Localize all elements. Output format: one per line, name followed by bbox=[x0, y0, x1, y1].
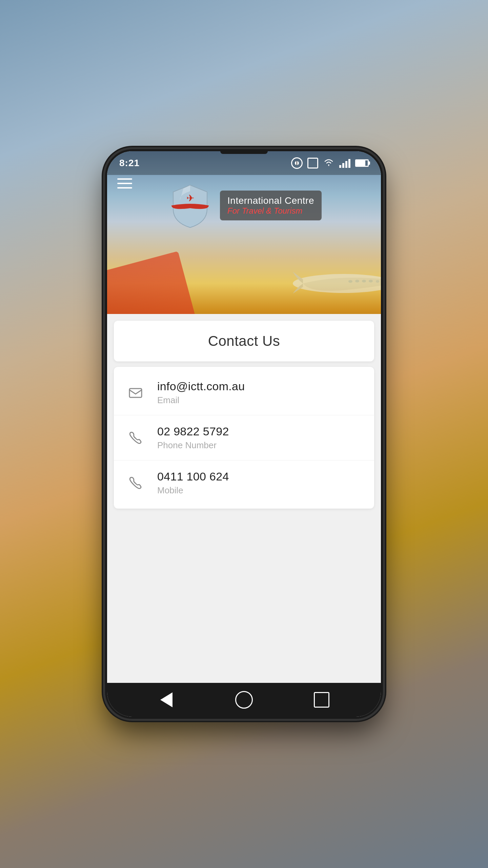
contact-header-card: Contact Us bbox=[114, 321, 374, 361]
contact-title: Contact Us bbox=[208, 333, 280, 349]
screen: 8:21 bbox=[107, 151, 381, 717]
logo-area: ✈ International Centre For Travel & Tour… bbox=[166, 182, 322, 229]
hero-section bbox=[107, 151, 381, 328]
mobile-icon bbox=[126, 473, 145, 492]
svg-point-7 bbox=[376, 280, 379, 283]
svg-point-5 bbox=[362, 280, 366, 282]
mobile-details: 0411 100 624 Mobile bbox=[157, 470, 229, 496]
contact-info-card: info@ictt.com.au Email 02 9822 5792 Phon… bbox=[114, 367, 374, 509]
app-icon-square bbox=[307, 158, 318, 169]
contact-item-email[interactable]: info@ictt.com.au Email bbox=[114, 370, 374, 415]
content-area: Contact Us info@ictt.com.au Email bbox=[107, 314, 381, 683]
status-icons bbox=[291, 157, 369, 169]
signal-icon bbox=[339, 158, 350, 168]
email-icon bbox=[126, 383, 145, 402]
mobile-value: 0411 100 624 bbox=[157, 470, 229, 483]
logo-text-block: International Centre For Travel & Touris… bbox=[220, 191, 322, 220]
svg-rect-9 bbox=[129, 389, 142, 397]
status-bar: 8:21 bbox=[107, 151, 381, 175]
battery-icon bbox=[355, 159, 369, 167]
notch bbox=[220, 151, 268, 154]
email-value: info@ictt.com.au bbox=[157, 380, 245, 393]
contact-item-phone[interactable]: 02 9822 5792 Phone Number bbox=[114, 415, 374, 460]
home-button[interactable] bbox=[232, 688, 256, 712]
logo-text-main: International Centre bbox=[227, 195, 314, 206]
airplane-hero-svg bbox=[276, 253, 381, 307]
contact-item-mobile[interactable]: 0411 100 624 Mobile bbox=[114, 460, 374, 505]
back-button[interactable] bbox=[155, 688, 178, 712]
status-time: 8:21 bbox=[119, 158, 140, 169]
phone-frame: 8:21 bbox=[105, 149, 383, 719]
app-icon-circle bbox=[291, 157, 303, 169]
mobile-label: Mobile bbox=[157, 485, 229, 496]
phone-details: 02 9822 5792 Phone Number bbox=[157, 425, 229, 451]
hamburger-menu[interactable] bbox=[117, 178, 132, 189]
bottom-nav bbox=[107, 683, 381, 717]
logo-text-sub: For Travel & Tourism bbox=[227, 206, 314, 216]
svg-point-3 bbox=[348, 280, 352, 283]
svg-point-4 bbox=[355, 280, 359, 282]
wifi-icon bbox=[323, 157, 334, 169]
svg-text:✈: ✈ bbox=[186, 193, 194, 203]
email-label: Email bbox=[157, 395, 245, 406]
email-details: info@ictt.com.au Email bbox=[157, 380, 245, 406]
logo-shield: ✈ bbox=[166, 182, 214, 229]
recents-button[interactable] bbox=[310, 688, 333, 712]
phone-value: 02 9822 5792 bbox=[157, 425, 229, 438]
svg-point-6 bbox=[369, 280, 373, 282]
phone-label: Phone Number bbox=[157, 440, 229, 451]
phone-icon bbox=[126, 428, 145, 447]
